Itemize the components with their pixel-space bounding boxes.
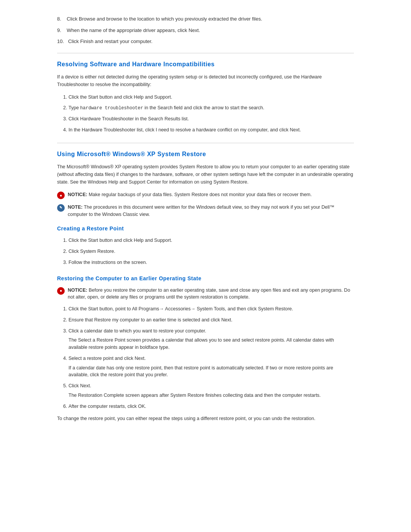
step-text: In the Hardware Troubleshooter list, cli…	[68, 127, 301, 133]
step-text: Click a calendar date to which you want …	[68, 328, 206, 334]
warning-icon: ●	[57, 192, 65, 199]
restore-notice-box: ● NOTICE: Before you restore the compute…	[57, 287, 354, 301]
list-item: Click the Start button and click Help an…	[68, 237, 354, 244]
restore-warning-icon: ●	[57, 287, 65, 295]
subsection-creating: Creating a Restore Point Click the Start…	[57, 225, 354, 266]
footer-note: To change the restore point, you can eit…	[57, 415, 354, 422]
subsection1-heading: Creating a Restore Point	[57, 225, 354, 232]
step-text: Click Next.	[68, 383, 91, 388]
list-item: Click Hardware Troubleshooter in the Sea…	[68, 115, 354, 123]
section2-heading: Using Microsoft® Windows® XP System Rest…	[57, 151, 354, 158]
step-sub-note: If a calendar date has only one restore …	[68, 364, 354, 379]
step-text: Ensure that Restore my computer to an ea…	[68, 317, 233, 323]
step-text: Select a restore point and click Next.	[68, 356, 146, 361]
intro-step-9-text: When the name of the appropriate driver …	[67, 27, 200, 33]
note-label: NOTE:	[68, 204, 83, 210]
restore-notice-body: Before you restore the computer to an ea…	[68, 288, 350, 300]
step-sub-note: The Restoration Complete screen appears …	[68, 392, 354, 399]
step-sub-note: The Select a Restore Point screen provid…	[68, 337, 354, 351]
divider-1	[57, 53, 354, 53]
section1-heading: Resolving Software and Hardware Incompat…	[57, 61, 354, 68]
note-box: ✎ NOTE: The procedures in this document …	[57, 204, 354, 218]
list-item: Click a calendar date to which you want …	[68, 328, 354, 351]
restore-notice-text: NOTICE: Before you restore the computer …	[68, 287, 354, 301]
intro-step-9: 9. When the name of the appropriate driv…	[57, 27, 354, 34]
list-item: After the computer restarts, click OK.	[68, 403, 354, 410]
notice-text: NOTICE: Make regular backups of your dat…	[68, 191, 312, 198]
step-text: Click the Start button and click Help an…	[68, 94, 172, 100]
creating-steps: Click the Start button and click Help an…	[68, 237, 354, 266]
list-item: Click the Start button, point to All Pro…	[68, 305, 354, 313]
step-text: Click Hardware Troubleshooter in the Sea…	[68, 116, 189, 121]
restore-notice-label: NOTICE:	[68, 288, 87, 293]
intro-step-10-text: Click Finish and restart your computer.	[68, 38, 153, 44]
section-system-restore: Using Microsoft® Windows® XP System Rest…	[57, 151, 354, 422]
step-text-before: Type	[68, 105, 80, 110]
step-text: Click System Restore.	[68, 249, 115, 254]
step-text: Click the Start button and click Help an…	[68, 238, 172, 243]
list-item: Click System Restore.	[68, 248, 354, 255]
list-item: Select a restore point and click Next. I…	[68, 355, 354, 379]
step-code: hardware troubleshooter	[80, 105, 143, 111]
list-item: Click the Start button and click Help an…	[68, 94, 354, 101]
step-text: Click the Start button, point to All Pro…	[68, 306, 293, 312]
subsection2-heading: Restoring the Computer to an Earlier Ope…	[57, 275, 354, 281]
intro-step-8-number: 8.	[57, 16, 61, 22]
intro-step-10: 10. Click Finish and restart your comput…	[57, 38, 354, 45]
divider-2	[57, 143, 354, 143]
restoring-steps: Click the Start button, point to All Pro…	[68, 305, 354, 410]
list-item: Type hardware troubleshooter in the Sear…	[68, 104, 354, 112]
section1-steps: Click the Start button and click Help an…	[68, 94, 354, 134]
intro-step-8: 8. Click Browse and browse to the locati…	[57, 15, 354, 23]
section1-desc: If a device is either not detected durin…	[57, 73, 354, 88]
section2-desc: The Microsoft® Windows® XP operating sys…	[57, 163, 354, 186]
note-icon: ✎	[57, 204, 65, 212]
step-text-after: in the Search field and click the arrow …	[143, 105, 264, 110]
notice-body: Make regular backups of your data files.…	[89, 192, 312, 197]
subsection-restoring: Restoring the Computer to an Earlier Ope…	[57, 275, 354, 423]
list-item: Ensure that Restore my computer to an ea…	[68, 316, 354, 324]
list-item: Follow the instructions on the screen.	[68, 259, 354, 266]
intro-steps: 8. Click Browse and browse to the locati…	[57, 15, 354, 45]
note-body: The procedures in this document were wri…	[68, 204, 335, 217]
intro-step-8-text: Click Browse and browse to the location …	[67, 16, 262, 22]
intro-step-10-number: 10.	[57, 38, 64, 44]
section-resolving: Resolving Software and Hardware Incompat…	[57, 61, 354, 134]
step-text: Follow the instructions on the screen.	[68, 260, 147, 265]
intro-step-9-number: 9.	[57, 27, 61, 33]
notice-label: NOTICE:	[68, 192, 87, 197]
list-item: Click Next. The Restoration Complete scr…	[68, 382, 354, 399]
page-container: 8. Click Browse and browse to the locati…	[34, 0, 377, 447]
notice-box-warning: ● NOTICE: Make regular backups of your d…	[57, 191, 354, 199]
step-text: After the computer restarts, click OK.	[68, 404, 146, 409]
list-item: In the Hardware Troubleshooter list, cli…	[68, 126, 354, 134]
note-text: NOTE: The procedures in this document we…	[68, 204, 354, 218]
